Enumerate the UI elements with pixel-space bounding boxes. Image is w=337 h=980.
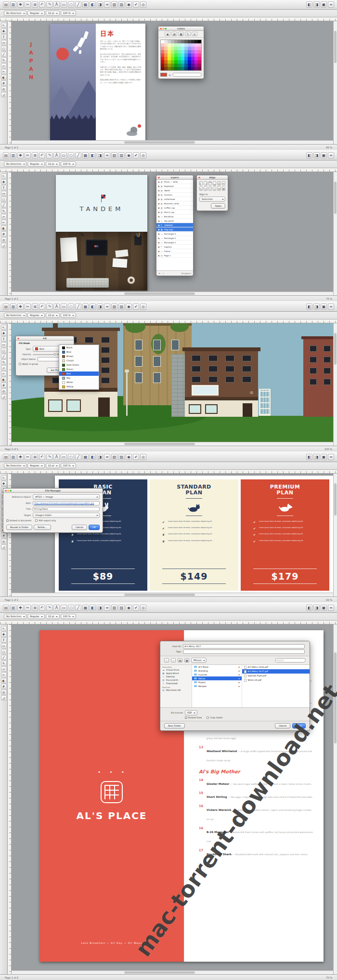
options-dropdown[interactable]: 100 % <box>61 11 76 16</box>
tags-field[interactable] <box>183 649 305 654</box>
color-cell[interactable] <box>161 53 164 57</box>
color-cell[interactable] <box>164 43 168 47</box>
save-as-field[interactable]: Al's Menu 2017 <box>183 644 305 649</box>
toolbar-icon[interactable]: ◧ <box>306 152 312 159</box>
tool-button[interactable]: ▭ <box>1 40 7 45</box>
horizontal-scrollbar[interactable] <box>12 291 333 295</box>
toolbar-icon[interactable]: ✂ <box>25 454 31 460</box>
toolbar-icon[interactable]: ▥ <box>10 454 16 460</box>
options-dropdown[interactable]: No Selection <box>4 313 26 318</box>
color-cell[interactable] <box>171 64 174 67</box>
color-cell[interactable] <box>188 53 191 57</box>
color-cell[interactable] <box>171 40 174 43</box>
color-cell[interactable] <box>174 60 178 64</box>
toolbar-icon[interactable]: ≡ <box>328 605 334 611</box>
layer-row[interactable]: ◉▦Pencil cup <box>156 210 193 214</box>
color-cell[interactable] <box>191 57 194 60</box>
toolbar-icon[interactable]: ▣ <box>321 454 327 460</box>
color-cell[interactable] <box>194 47 198 50</box>
color-cell[interactable] <box>194 53 198 57</box>
tool-button[interactable]: ◿ <box>1 243 7 248</box>
options-dropdown[interactable]: 12 pt <box>46 614 60 619</box>
toolbar-icon[interactable]: ▭ <box>61 605 67 611</box>
toolbar-icon[interactable]: ▦ <box>82 605 89 611</box>
color-cell[interactable] <box>188 47 191 50</box>
tool-button[interactable]: ↖ <box>1 626 7 631</box>
forward-button[interactable]: › <box>171 658 176 662</box>
color-menu-item[interactable]: Brown <box>59 354 99 358</box>
toolbar-icon[interactable]: ↶ <box>39 152 45 159</box>
toolbar-icon[interactable]: ↶ <box>39 605 45 611</box>
tool-button[interactable]: ▱ <box>1 214 7 219</box>
color-cell[interactable] <box>168 50 171 53</box>
tool-button[interactable]: ▱ <box>1 365 7 371</box>
search-field[interactable]: Search <box>275 658 306 662</box>
toolbar-icon[interactable]: ✔ <box>133 454 139 460</box>
vertical-scrollbar[interactable] <box>333 474 337 596</box>
toolbar-icon[interactable]: ▣ <box>321 605 327 611</box>
tool-button[interactable]: ○ <box>1 46 7 51</box>
remove-layer-button[interactable]: − <box>162 272 164 275</box>
tool-button[interactable]: ○ <box>1 348 7 353</box>
toolbar-icon[interactable]: ✚ <box>17 304 24 310</box>
toolbar-icon[interactable]: ▦ <box>178 32 184 36</box>
color-cell[interactable] <box>164 50 168 53</box>
toolbar-icon[interactable]: ▨ <box>118 605 125 611</box>
color-menu-item[interactable]: Yellow <box>59 384 99 389</box>
toolbar-icon[interactable]: ◧ <box>306 454 312 460</box>
color-cell[interactable] <box>168 60 171 64</box>
align-panel-titlebar[interactable]: Align <box>197 175 228 180</box>
color-cell[interactable] <box>164 60 168 64</box>
tool-button[interactable]: ✚ <box>1 632 7 637</box>
tool-button[interactable]: ╱ <box>1 202 7 208</box>
tool-button[interactable]: ◎ <box>1 388 7 394</box>
toolbar-icon[interactable]: ✚ <box>17 454 24 460</box>
toolbar-icon[interactable]: ○ <box>68 304 74 310</box>
color-cell[interactable] <box>184 50 188 53</box>
layer-row[interactable]: ◉▦Letterhead <box>156 197 193 201</box>
color-menu-item[interactable]: Sky <box>59 376 99 380</box>
color-cell[interactable] <box>171 47 174 50</box>
tool-button[interactable]: ✎ <box>1 661 7 666</box>
tool-button[interactable]: ▭ <box>1 643 7 649</box>
align-button[interactable]: ▕ <box>204 181 207 185</box>
options-dropdown[interactable]: Regular <box>27 161 44 167</box>
tool-button[interactable]: ✂ <box>1 69 7 74</box>
color-cell[interactable] <box>184 47 188 50</box>
color-cell[interactable] <box>191 50 194 53</box>
layer-row[interactable]: ◉▭Sky panel <box>156 219 193 223</box>
options-dropdown[interactable]: 12 pt <box>46 161 60 167</box>
layer-row[interactable]: ◉TTANDEM <box>156 223 193 227</box>
toolbar-icon[interactable]: ↷ <box>46 454 52 460</box>
color-cell[interactable] <box>168 43 171 47</box>
crop-marks-checkbox[interactable]: Crop marks <box>207 716 222 719</box>
options-dropdown[interactable]: No Selection <box>4 11 26 16</box>
vertical-scrollbar[interactable] <box>333 624 337 974</box>
window-controls[interactable] <box>158 177 160 179</box>
toolbar-icon[interactable]: ▥ <box>10 304 16 310</box>
toolbar-icon[interactable]: ✚ <box>17 605 24 611</box>
tool-button[interactable]: ▱ <box>1 666 7 672</box>
tool-button[interactable]: ✚ <box>1 28 7 34</box>
color-cell[interactable] <box>178 53 181 57</box>
color-cell[interactable] <box>194 67 198 70</box>
toolbar-icon[interactable]: ↷ <box>46 152 52 159</box>
color-cell[interactable] <box>194 57 198 60</box>
toolbar-icon[interactable]: ↷ <box>46 605 52 611</box>
color-cell[interactable] <box>171 53 174 57</box>
tool-button[interactable]: ↖ <box>1 475 7 480</box>
color-cell[interactable] <box>188 64 191 67</box>
color-cell[interactable] <box>188 50 191 53</box>
tool-button[interactable]: ↖ <box>1 23 7 28</box>
color-cell[interactable] <box>161 47 164 50</box>
color-cell[interactable] <box>188 67 191 70</box>
toolbar-icon[interactable]: ↶ <box>39 1 45 8</box>
color-cell[interactable] <box>161 64 164 67</box>
color-cell[interactable] <box>178 43 181 47</box>
toolbar-icon[interactable]: ⊞ <box>32 605 38 611</box>
color-cell[interactable] <box>198 47 201 50</box>
color-cell[interactable] <box>194 60 198 64</box>
toolbar-icon[interactable]: ╱ <box>75 304 81 310</box>
color-cell[interactable] <box>184 64 188 67</box>
sliders-icon[interactable]: ≡ <box>168 73 171 77</box>
